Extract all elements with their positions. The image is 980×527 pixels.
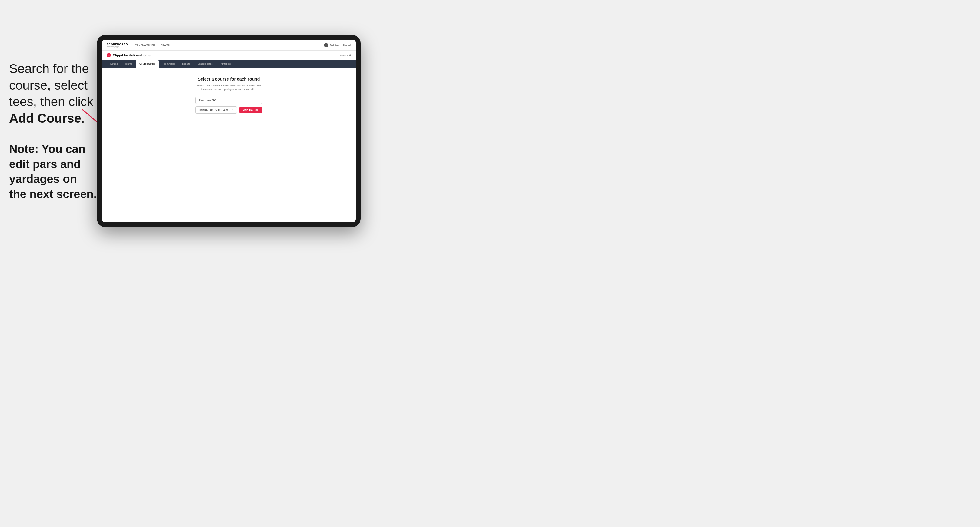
tournament-gender: (Men) bbox=[143, 54, 151, 57]
annotation-note: Note: You can edit pars and yardages on … bbox=[9, 142, 97, 202]
tournament-name: Clippd Invitational bbox=[113, 53, 142, 57]
nav-tournaments[interactable]: TOURNAMENTS bbox=[135, 44, 155, 46]
user-avatar: T bbox=[324, 43, 328, 47]
tab-printables[interactable]: Printables bbox=[216, 60, 234, 68]
tab-teams[interactable]: Teams bbox=[121, 60, 136, 68]
tournament-header: C Clippd Invitational (Men) Cancel ✕ bbox=[102, 51, 356, 60]
tab-tee-groups[interactable]: Tee Groups bbox=[159, 60, 178, 68]
logo-area: SCOREBOARD Powered by clippd bbox=[107, 43, 128, 48]
tournament-title-row: C Clippd Invitational (Men) bbox=[107, 53, 151, 57]
tabs-bar: Details Teams Course Setup Tee Groups Re… bbox=[102, 60, 356, 68]
clear-icon[interactable]: ✕ bbox=[229, 109, 231, 111]
add-course-button[interactable]: Add Course bbox=[239, 106, 262, 113]
tee-select-text: Gold (M) (M) (7010 yds) bbox=[199, 108, 228, 111]
cancel-label[interactable]: Cancel bbox=[340, 54, 348, 57]
logo-scoreboard: SCOREBOARD bbox=[107, 43, 128, 46]
tab-details[interactable]: Details bbox=[107, 60, 121, 68]
tee-select[interactable]: Gold (M) (M) (7010 yds) ✕ ⌃ bbox=[196, 106, 237, 114]
tee-select-controls: ✕ ⌃ bbox=[229, 109, 234, 111]
user-name: Test User bbox=[330, 44, 339, 46]
tab-results[interactable]: Results bbox=[178, 60, 194, 68]
tee-selector-row: Gold (M) (M) (7010 yds) ✕ ⌃ Add Course bbox=[196, 106, 262, 114]
nav-links: TOURNAMENTS TEAMS bbox=[135, 44, 324, 46]
sign-out-link[interactable]: Sign out bbox=[343, 44, 351, 46]
app-navbar: SCOREBOARD Powered by clippd TOURNAMENTS… bbox=[102, 40, 356, 51]
annotation-bold: Add Course bbox=[9, 111, 81, 125]
cancel-x[interactable]: ✕ bbox=[349, 54, 351, 57]
section-title: Select a course for each round bbox=[198, 77, 260, 81]
logo-sub: Powered by clippd bbox=[107, 46, 128, 48]
tournament-icon: C bbox=[107, 53, 111, 57]
tablet-device: SCOREBOARD Powered by clippd TOURNAMENTS… bbox=[97, 35, 361, 227]
chevron-icon[interactable]: ⌃ bbox=[232, 109, 234, 111]
tab-course-setup[interactable]: Course Setup bbox=[136, 60, 159, 68]
cancel-area[interactable]: Cancel ✕ bbox=[340, 54, 351, 57]
nav-teams[interactable]: TEAMS bbox=[161, 44, 170, 46]
section-desc: Search for a course and select a tee. Yo… bbox=[196, 84, 262, 91]
annotation-area: Search for the course, select tees, then… bbox=[9, 60, 97, 202]
tablet-screen: SCOREBOARD Powered by clippd TOURNAMENTS… bbox=[102, 40, 356, 222]
tab-leaderboards[interactable]: Leaderboards bbox=[194, 60, 216, 68]
annotation-main: Search for the course, select tees, then… bbox=[9, 60, 97, 127]
course-search-input[interactable] bbox=[196, 97, 262, 104]
main-content: Select a course for each round Search fo… bbox=[102, 68, 356, 123]
user-area: T Test User | Sign out bbox=[324, 43, 351, 47]
